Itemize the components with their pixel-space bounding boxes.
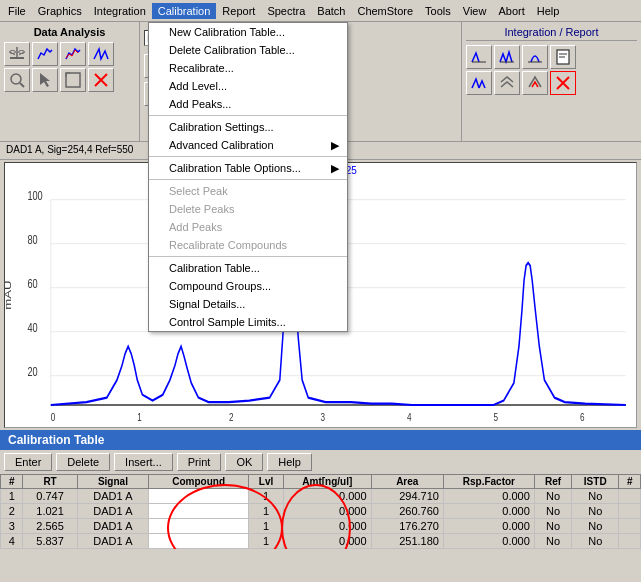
right-row2: [466, 71, 637, 95]
svg-text:100: 100: [27, 188, 42, 202]
signal-text: DAD1 A, Sig=254,4 Ref=550: [6, 144, 133, 155]
menu-file[interactable]: File: [2, 3, 32, 19]
menu-control-sample[interactable]: Control Sample Limits...: [149, 313, 347, 331]
cell-area: 294.710: [371, 489, 443, 504]
cell-rsp: 0.000: [443, 519, 534, 534]
svg-text:5: 5: [494, 411, 499, 424]
ri-btn7[interactable]: [522, 71, 548, 95]
menu-cal-options[interactable]: Calibration Table Options...: [149, 159, 347, 177]
menu-spectra[interactable]: Spectra: [261, 3, 311, 19]
chart-btn[interactable]: [32, 42, 58, 66]
menu-abort[interactable]: Abort: [492, 3, 530, 19]
col-compound: Compound: [149, 475, 249, 489]
menu-add-level[interactable]: Add Level...: [149, 77, 347, 95]
cell-num: 4: [1, 534, 23, 549]
cell-hash: [619, 534, 641, 549]
ok-btn[interactable]: OK: [225, 453, 263, 471]
svg-text:3: 3: [321, 411, 326, 424]
insert-btn[interactable]: Insert...: [114, 453, 173, 471]
cell-amt: 0.000: [283, 504, 371, 519]
menu-view[interactable]: View: [457, 3, 493, 19]
col-num: #: [1, 475, 23, 489]
ri-btn6[interactable]: [494, 71, 520, 95]
right-panel-title: Integration / Report: [466, 26, 637, 41]
cal-data-table: # RT Signal Compound Lvl Amt[ng/ul] Area…: [0, 474, 641, 549]
cell-ref: No: [534, 534, 571, 549]
col-rsp: Rsp.Factor: [443, 475, 534, 489]
cursor-btn[interactable]: [32, 68, 58, 92]
col-ref: Ref: [534, 475, 571, 489]
cell-compound[interactable]: [149, 489, 249, 504]
expand-btn[interactable]: [60, 68, 86, 92]
ri-btn1[interactable]: [466, 45, 492, 69]
menu-adv-cal[interactable]: Advanced Calibration: [149, 136, 347, 154]
cell-lvl: 1: [249, 504, 284, 519]
cell-rt: 2.565: [23, 519, 77, 534]
left-panel-title: Data Analysis: [4, 26, 135, 38]
cell-compound[interactable]: [149, 519, 249, 534]
enter-btn[interactable]: Enter: [4, 453, 52, 471]
menu-new-cal[interactable]: New Calibration Table...: [149, 23, 347, 41]
cell-istd: No: [572, 534, 619, 549]
menu-cal-settings[interactable]: Calibration Settings...: [149, 118, 347, 136]
menu-signal-details[interactable]: Signal Details...: [149, 295, 347, 313]
left-toolbar-row1: [4, 42, 135, 66]
menu-report[interactable]: Report: [216, 3, 261, 19]
zoom-btn[interactable]: [4, 68, 30, 92]
cell-rt: 5.837: [23, 534, 77, 549]
svg-text:6: 6: [580, 411, 585, 424]
col-lvl: Lvl: [249, 475, 284, 489]
menu-add-peaks[interactable]: Add Peaks...: [149, 95, 347, 113]
menu-calibration[interactable]: Calibration: [152, 3, 217, 19]
ri-btn8[interactable]: [550, 71, 576, 95]
menu-tools[interactable]: Tools: [419, 3, 457, 19]
ri-btn5[interactable]: [466, 71, 492, 95]
overlay-btn[interactable]: [60, 42, 86, 66]
menu-cal-table[interactable]: Calibration Table...: [149, 259, 347, 277]
cell-amt: 0.000: [283, 489, 371, 504]
cell-compound[interactable]: [149, 534, 249, 549]
menu-compound-groups[interactable]: Compound Groups...: [149, 277, 347, 295]
menu-chemstore[interactable]: ChemStore: [351, 3, 419, 19]
table-row: 3 2.565 DAD1 A 1 0.000 176.270 0.000 No …: [1, 519, 641, 534]
menu-help[interactable]: Help: [531, 3, 566, 19]
cal-table-header: Calibration Table: [0, 430, 641, 450]
delete-btn[interactable]: [88, 68, 114, 92]
left-panel: Data Analysis: [0, 22, 140, 141]
col-rt: RT: [23, 475, 77, 489]
cell-istd: No: [572, 519, 619, 534]
svg-text:2: 2: [229, 411, 234, 424]
table-row: 2 1.021 DAD1 A 1 0.000 260.760 0.000 No …: [1, 504, 641, 519]
svg-point-6: [11, 74, 21, 84]
menu-delete-cal[interactable]: Delete Calibration Table...: [149, 41, 347, 59]
help-table-btn[interactable]: Help: [267, 453, 312, 471]
ri-btn2[interactable]: [494, 45, 520, 69]
cell-compound[interactable]: [149, 504, 249, 519]
cell-area: 251.180: [371, 534, 443, 549]
cell-rsp: 0.000: [443, 534, 534, 549]
menu-graphics[interactable]: Graphics: [32, 3, 88, 19]
cell-hash: [619, 489, 641, 504]
menu-recal-compounds: Recalibrate Compounds: [149, 236, 347, 254]
print-table-btn[interactable]: Print: [177, 453, 222, 471]
cell-hash: [619, 519, 641, 534]
peaks-btn[interactable]: [88, 42, 114, 66]
cell-lvl: 1: [249, 519, 284, 534]
scales-btn[interactable]: [4, 42, 30, 66]
svg-text:mAU: mAU: [5, 280, 13, 309]
col-signal: Signal: [77, 475, 148, 489]
menu-recalibrate[interactable]: Recalibrate...: [149, 59, 347, 77]
delete-rows-btn[interactable]: Delete: [56, 453, 110, 471]
menu-batch[interactable]: Batch: [311, 3, 351, 19]
cell-ref: No: [534, 504, 571, 519]
cell-num: 1: [1, 489, 23, 504]
menu-integration[interactable]: Integration: [88, 3, 152, 19]
cell-signal: DAD1 A: [77, 534, 148, 549]
cell-num: 3: [1, 519, 23, 534]
ri-btn3[interactable]: [522, 45, 548, 69]
ri-btn4[interactable]: [550, 45, 576, 69]
svg-rect-9: [66, 73, 80, 87]
cell-amt: 0.000: [283, 534, 371, 549]
cell-hash: [619, 504, 641, 519]
left-toolbar-row2: [4, 68, 135, 92]
